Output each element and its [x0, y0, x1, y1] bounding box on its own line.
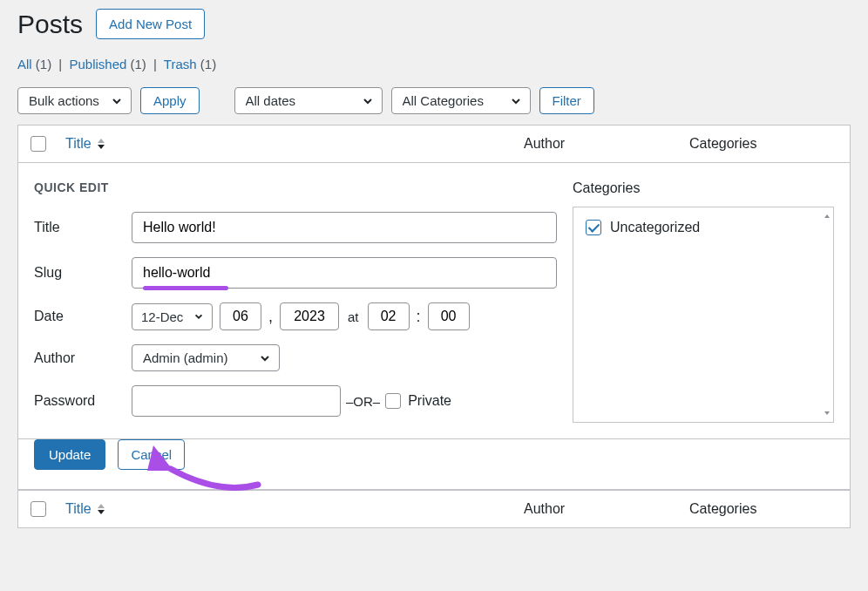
- bulk-actions-select[interactable]: Bulk actions: [17, 87, 132, 114]
- add-new-button[interactable]: Add New Post: [96, 9, 205, 39]
- column-author-footer[interactable]: Author: [524, 501, 689, 517]
- page-title: Posts: [17, 10, 83, 39]
- category-checkbox[interactable]: [586, 220, 601, 235]
- categories-filter-select[interactable]: All Categories: [391, 87, 531, 114]
- column-title-header[interactable]: Title: [65, 136, 524, 152]
- filter-button[interactable]: Filter: [539, 87, 594, 114]
- select-all-footer-checkbox[interactable]: [31, 501, 46, 517]
- categories-label: Categories: [573, 180, 834, 196]
- password-input[interactable]: [132, 385, 341, 417]
- dates-filter-select[interactable]: All dates: [234, 87, 383, 114]
- categories-panel[interactable]: Uncategorized: [573, 207, 834, 423]
- hour-input[interactable]: [368, 302, 410, 330]
- at-label: at: [348, 309, 359, 324]
- filter-trash-count: (1): [200, 57, 216, 71]
- category-item[interactable]: Uncategorized: [586, 220, 821, 235]
- day-input[interactable]: [220, 302, 261, 330]
- filter-published-count: (1): [131, 57, 146, 71]
- annotation-underline: [143, 286, 228, 290]
- date-label: Date: [34, 309, 132, 324]
- filter-trash-link[interactable]: Trash: [164, 57, 197, 71]
- update-button[interactable]: Update: [34, 439, 105, 470]
- title-label: Title: [34, 220, 132, 235]
- month-select[interactable]: 12-Dec: [132, 303, 213, 330]
- colon-separator: :: [417, 308, 421, 326]
- private-label: Private: [408, 393, 451, 409]
- quick-edit-heading: QUICK EDIT: [34, 180, 557, 194]
- select-all-checkbox[interactable]: [31, 136, 46, 152]
- year-input[interactable]: [280, 302, 339, 330]
- column-categories-footer[interactable]: Categories: [689, 501, 837, 517]
- sort-icon: [97, 504, 105, 514]
- table-header: Title Author Categories: [18, 126, 850, 163]
- slug-input[interactable]: [132, 257, 557, 289]
- minute-input[interactable]: [428, 302, 470, 330]
- filter-all-link[interactable]: All: [17, 57, 32, 71]
- filter-all-count: (1): [36, 57, 51, 71]
- private-checkbox[interactable]: [385, 393, 401, 409]
- quick-edit-panel: QUICK EDIT Title Slug Date 12-Dec: [18, 163, 850, 439]
- scrollbar-indicator: [826, 213, 831, 417]
- slug-label: Slug: [34, 265, 132, 281]
- column-author-header[interactable]: Author: [524, 136, 689, 152]
- filter-published-link[interactable]: Published: [69, 57, 126, 71]
- comma-separator: ,: [268, 308, 273, 326]
- sort-icon: [97, 139, 105, 149]
- title-input[interactable]: [132, 212, 557, 243]
- cancel-button[interactable]: Cancel: [118, 439, 185, 470]
- apply-button[interactable]: Apply: [140, 87, 200, 114]
- column-categories-header[interactable]: Categories: [689, 136, 837, 152]
- author-label: Author: [34, 350, 132, 366]
- category-item-label: Uncategorized: [610, 220, 700, 235]
- column-title-footer[interactable]: Title: [65, 501, 524, 517]
- table-footer: Title Author Categories: [18, 490, 850, 527]
- author-select[interactable]: Admin (admin): [132, 344, 280, 371]
- or-label: –OR–: [346, 394, 380, 409]
- password-label: Password: [34, 393, 132, 409]
- status-filters: All (1) | Published (1) | Trash (1): [17, 57, 851, 71]
